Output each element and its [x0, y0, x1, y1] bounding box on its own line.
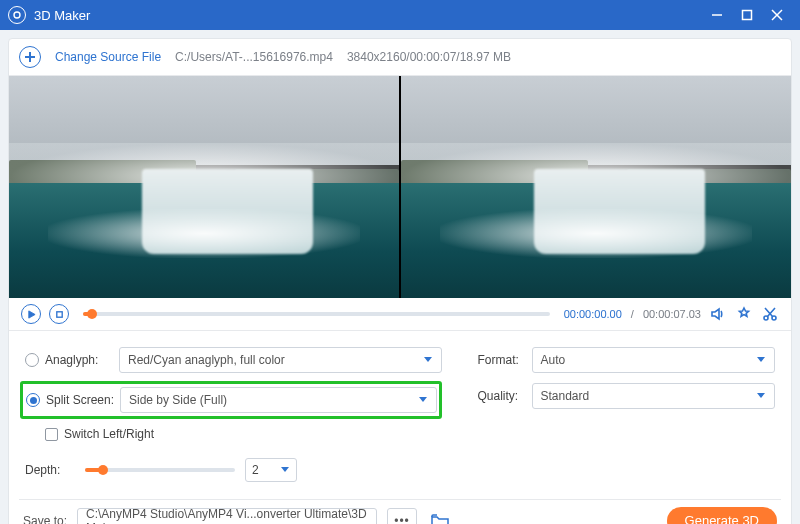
svg-marker-14 [757, 357, 765, 362]
add-icon[interactable] [19, 46, 41, 68]
options-area: Anaglyph: Red/Cyan anaglyph, full color … [9, 331, 791, 499]
switch-lr-label: Switch Left/Right [64, 427, 154, 441]
svg-marker-13 [281, 467, 289, 472]
window-title: 3D Maker [34, 8, 90, 23]
main-panel: Change Source File C:/Users/AT-...156169… [8, 38, 792, 524]
splitscreen-label: Split Screen: [46, 393, 120, 407]
anaglyph-select[interactable]: Red/Cyan anaglyph, full color [119, 347, 442, 373]
app-icon [8, 6, 26, 24]
svg-marker-15 [757, 393, 765, 398]
window-minimize-button[interactable] [702, 0, 732, 30]
video-preview [9, 76, 791, 298]
titlebar: 3D Maker [0, 0, 800, 30]
total-time: 00:00:07.03 [643, 308, 701, 320]
bottom-bar: Save to: C:\AnyMP4 Studio\AnyMP4 Vi...on… [9, 500, 791, 524]
preview-right [401, 76, 791, 298]
snapshot-icon[interactable] [735, 305, 753, 323]
svg-rect-2 [743, 11, 752, 20]
depth-slider[interactable] [85, 468, 235, 472]
window-maximize-button[interactable] [732, 0, 762, 30]
depth-label: Depth: [25, 463, 75, 477]
source-toolbar: Change Source File C:/Users/AT-...156169… [9, 39, 791, 76]
progress-track[interactable] [83, 312, 550, 316]
cut-icon[interactable] [761, 305, 779, 323]
source-path: C:/Users/AT-...15616976.mp4 [175, 50, 333, 64]
svg-marker-11 [424, 357, 432, 362]
chevron-down-icon [280, 463, 290, 477]
chevron-down-icon [756, 389, 766, 403]
quality-select[interactable]: Standard [532, 383, 776, 409]
svg-point-0 [14, 12, 20, 18]
play-button[interactable] [21, 304, 41, 324]
open-folder-button[interactable] [427, 508, 453, 524]
svg-point-9 [764, 316, 768, 320]
anaglyph-label: Anaglyph: [45, 353, 119, 367]
save-to-label: Save to: [23, 514, 67, 524]
svg-point-10 [772, 316, 776, 320]
splitscreen-radio[interactable] [26, 393, 40, 407]
depth-value-select[interactable]: 2 [245, 458, 297, 482]
save-path-field[interactable]: C:\AnyMP4 Studio\AnyMP4 Vi...onverter Ul… [77, 508, 377, 524]
switch-lr-checkbox[interactable] [45, 428, 58, 441]
preview-left [9, 76, 399, 298]
volume-icon[interactable] [709, 305, 727, 323]
chevron-down-icon [423, 353, 433, 367]
source-meta: 3840x2160/00:00:07/18.97 MB [347, 50, 511, 64]
anaglyph-radio[interactable] [25, 353, 39, 367]
splitscreen-select[interactable]: Side by Side (Full) [120, 387, 437, 413]
current-time: 00:00:00.00 [564, 308, 622, 320]
playback-bar: 00:00:00.00/00:00:07.03 [9, 298, 791, 331]
stop-button[interactable] [49, 304, 69, 324]
svg-marker-7 [28, 310, 34, 317]
generate-3d-button[interactable]: Generate 3D [667, 507, 777, 524]
window-close-button[interactable] [762, 0, 792, 30]
chevron-down-icon [418, 393, 428, 407]
format-select[interactable]: Auto [532, 347, 776, 373]
svg-marker-12 [419, 397, 427, 402]
format-label: Format: [478, 353, 532, 367]
browse-button[interactable]: ••• [387, 508, 417, 524]
change-source-link[interactable]: Change Source File [55, 50, 161, 64]
chevron-down-icon [756, 353, 766, 367]
splitscreen-highlight: Split Screen: Side by Side (Full) [20, 381, 442, 419]
quality-label: Quality: [478, 389, 532, 403]
svg-rect-8 [56, 311, 61, 316]
